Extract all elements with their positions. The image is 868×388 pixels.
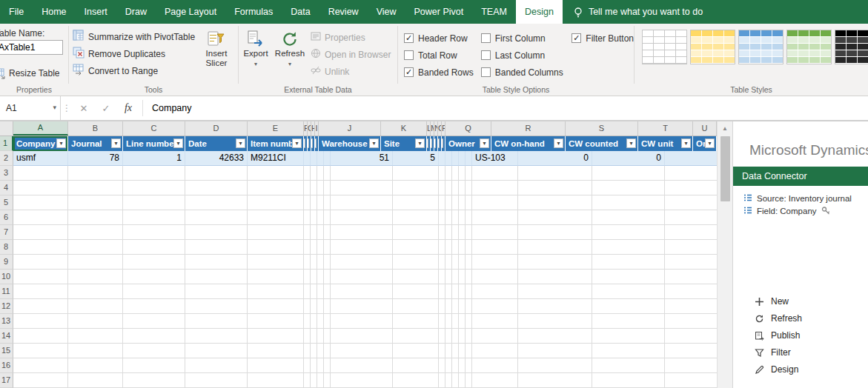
column-header-A[interactable]: A [13, 121, 68, 136]
cell-R6[interactable] [518, 210, 592, 225]
cell-F3[interactable] [304, 166, 311, 181]
cell-O7[interactable] [459, 225, 466, 240]
cell-P11[interactable] [466, 284, 472, 299]
cell-T2[interactable] [665, 151, 717, 166]
cell-S6[interactable] [592, 210, 665, 225]
checked-checkbox-icon[interactable]: ✓ [404, 33, 414, 43]
formula-input[interactable]: Company [146, 96, 868, 120]
cell-P4[interactable] [466, 181, 472, 195]
cell-H9[interactable] [317, 255, 324, 270]
cell-B16[interactable] [68, 358, 123, 373]
cell-P15[interactable] [466, 344, 472, 358]
tab-power-pivot[interactable]: Power Pivot [405, 0, 473, 24]
cell-Q7[interactable] [472, 225, 518, 240]
cell-P2[interactable] [466, 151, 472, 166]
cell-K5[interactable] [393, 195, 439, 210]
column-header-K[interactable]: K [381, 121, 427, 136]
row-header-4[interactable]: 4 [0, 181, 13, 195]
cell-S3[interactable] [592, 166, 665, 181]
cell-E17[interactable] [248, 373, 304, 388]
vertical-scrollbar[interactable]: ▲ [717, 121, 732, 388]
export-button[interactable]: Export ▾ [239, 28, 273, 80]
cell-F7[interactable] [304, 225, 311, 240]
filter-dropdown-icon[interactable]: ▾ [427, 138, 428, 148]
cell-J6[interactable] [331, 210, 393, 225]
scrollbar-thumb[interactable] [720, 136, 730, 201]
filter-dropdown-icon[interactable]: ▾ [315, 138, 317, 148]
cell-N9[interactable] [452, 255, 459, 270]
cell-L10[interactable] [439, 270, 445, 284]
cell-K9[interactable] [393, 255, 439, 270]
cell-B9[interactable] [68, 255, 123, 270]
cell-A17[interactable] [13, 373, 68, 388]
cell-F12[interactable] [304, 299, 311, 314]
cell-R12[interactable] [518, 299, 592, 314]
row-header-5[interactable]: 5 [0, 195, 13, 210]
cell-S16[interactable] [592, 358, 665, 373]
cell-C13[interactable] [123, 314, 185, 329]
cell-D4[interactable] [185, 181, 248, 195]
column-header-E[interactable]: E [248, 121, 304, 136]
cell-F2[interactable] [304, 151, 311, 166]
row-header-3[interactable]: 3 [0, 166, 13, 181]
cell-S4[interactable] [592, 181, 665, 195]
header-cell-C1[interactable]: Line number▾ [123, 136, 185, 151]
tab-insert[interactable]: Insert [76, 0, 116, 24]
cell-H16[interactable] [317, 358, 324, 373]
cell-O14[interactable] [459, 329, 466, 344]
cell-N11[interactable] [452, 284, 459, 299]
tab-design[interactable]: Design [516, 0, 563, 24]
cell-D3[interactable] [185, 166, 248, 181]
cell-N17[interactable] [452, 373, 459, 388]
cell-E8[interactable] [248, 240, 304, 255]
cell-A12[interactable] [13, 299, 68, 314]
cell-P5[interactable] [466, 195, 472, 210]
cell-O10[interactable] [459, 270, 466, 284]
cell-B7[interactable] [68, 225, 123, 240]
unchecked-checkbox-icon[interactable] [481, 50, 491, 60]
cell-G7[interactable] [311, 225, 317, 240]
cell-E3[interactable] [248, 166, 304, 181]
cell-D12[interactable] [185, 299, 248, 314]
unchecked-checkbox-icon[interactable] [481, 33, 491, 43]
cell-L12[interactable] [439, 299, 445, 314]
name-box-dropdown-icon[interactable]: ▾ [53, 104, 56, 111]
cell-N13[interactable] [452, 314, 459, 329]
header-cell-J1[interactable]: Warehouse▾ [319, 136, 381, 151]
cell-B13[interactable] [68, 314, 123, 329]
cell-T8[interactable] [665, 240, 717, 255]
cell-T12[interactable] [665, 299, 717, 314]
cell-H10[interactable] [317, 270, 324, 284]
cell-R13[interactable] [518, 314, 592, 329]
cell-I17[interactable] [324, 373, 331, 388]
cell-A8[interactable] [13, 240, 68, 255]
cell-C4[interactable] [123, 181, 185, 195]
cell-F10[interactable] [304, 270, 311, 284]
cell-N2[interactable] [452, 151, 459, 166]
cell-O8[interactable] [459, 240, 466, 255]
cell-A7[interactable] [13, 225, 68, 240]
cell-C3[interactable] [123, 166, 185, 181]
cell-S9[interactable] [592, 255, 665, 270]
cell-O11[interactable] [459, 284, 466, 299]
cell-I5[interactable] [324, 195, 331, 210]
cell-P9[interactable] [466, 255, 472, 270]
cell-J9[interactable] [331, 255, 393, 270]
cell-K6[interactable] [393, 210, 439, 225]
cell-E16[interactable] [248, 358, 304, 373]
cell-D14[interactable] [185, 329, 248, 344]
cell-H15[interactable] [317, 344, 324, 358]
cell-G11[interactable] [311, 284, 317, 299]
cell-D6[interactable] [185, 210, 248, 225]
cell-H8[interactable] [317, 240, 324, 255]
cell-Q16[interactable] [472, 358, 518, 373]
filter-dropdown-icon[interactable]: ▾ [308, 138, 309, 148]
cell-D13[interactable] [185, 314, 248, 329]
filter-dropdown-icon[interactable]: ▾ [304, 138, 305, 148]
cell-I11[interactable] [324, 284, 331, 299]
cell-M13[interactable] [445, 314, 452, 329]
cell-P8[interactable] [466, 240, 472, 255]
cell-L3[interactable] [439, 166, 445, 181]
cell-L8[interactable] [439, 240, 445, 255]
cell-S15[interactable] [592, 344, 665, 358]
